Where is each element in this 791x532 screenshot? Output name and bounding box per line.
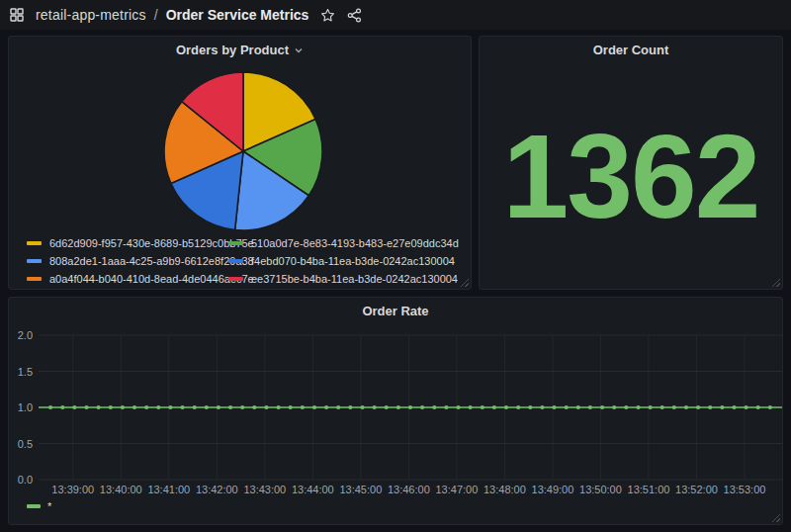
breadcrumb-folder[interactable]: retail-app-metrics <box>36 7 146 23</box>
series-point <box>180 405 184 409</box>
series-point <box>492 405 496 409</box>
series-point <box>109 405 113 409</box>
legend-swatch <box>27 277 42 281</box>
legend-label: 510a0d7e-8e83-4193-b483-e27e09ddc34d <box>251 237 459 249</box>
stat-panel-title-button[interactable]: Order Count <box>480 37 782 62</box>
pie-panel-title-button[interactable]: Orders by Product <box>9 37 471 62</box>
pie-legend-item[interactable]: 808a2de1-1aaa-4c25-a9b9-6612e8f29a38 <box>27 252 228 270</box>
pie-legend-item[interactable]: ee3715be-b4ba-11ea-b3de-0242ac130004 <box>228 270 461 288</box>
series-point <box>373 405 377 409</box>
series-point <box>277 405 281 409</box>
graph-panel-title-button[interactable]: Order Rate <box>9 298 782 323</box>
series-point <box>84 405 88 409</box>
dashboards-grid-icon[interactable] <box>10 8 24 22</box>
series-point <box>360 405 364 409</box>
series-point <box>168 405 172 409</box>
graph-panel-title: Order Rate <box>362 304 428 318</box>
pie-legend-item[interactable]: 6d62d909-f957-430e-8689-b5129c0bb75e <box>27 234 228 252</box>
series-point <box>312 405 316 409</box>
series-point <box>756 405 760 409</box>
series-point <box>768 405 772 409</box>
x-tick-label: 13:46:00 <box>388 484 430 495</box>
series-point <box>444 405 448 409</box>
series-point <box>385 405 389 409</box>
y-tick-label: 0.0 <box>18 474 33 486</box>
y-tick-label: 1.5 <box>18 366 33 378</box>
star-icon[interactable] <box>320 8 335 23</box>
series-swatch <box>27 504 41 508</box>
legend-swatch <box>228 241 243 245</box>
series-point <box>708 405 712 409</box>
x-tick-label: 13:41:00 <box>147 484 190 495</box>
x-tick-label: 13:39:00 <box>51 484 94 495</box>
x-tick-label: 13:45:00 <box>339 484 382 495</box>
chevron-down-icon <box>294 45 304 55</box>
series-point <box>588 405 592 409</box>
pie-chart[interactable] <box>162 70 324 232</box>
series-point <box>408 405 412 409</box>
pie-legend-item[interactable]: f4ebd070-b4ba-11ea-b3de-0242ac130004 <box>228 252 461 270</box>
series-point <box>228 405 232 409</box>
breadcrumb-dashboard-title[interactable]: Order Service Metrics <box>166 7 309 23</box>
series-point <box>205 405 209 409</box>
series-point <box>576 405 580 409</box>
stat-panel-title: Order Count <box>593 43 669 57</box>
series-point <box>264 405 268 409</box>
series-point <box>552 405 556 409</box>
legend-swatch <box>228 259 243 263</box>
series-label: * <box>47 500 51 512</box>
series-point <box>696 405 700 409</box>
legend-label: 6d62d909-f957-430e-8689-b5129c0bb75e <box>49 237 254 249</box>
legend-swatch <box>27 259 42 263</box>
series-point <box>469 405 473 409</box>
panel-resize-handle[interactable] <box>460 278 469 287</box>
order-count-value: 1362 <box>503 117 759 235</box>
series-point <box>540 405 544 409</box>
series-point <box>612 405 616 409</box>
order-rate-graph[interactable]: 2.01.51.00.50.013:39:0013:40:0013:41:001… <box>9 323 782 503</box>
y-tick-label: 1.0 <box>18 401 33 413</box>
series-point <box>217 405 220 409</box>
series-point <box>48 405 52 409</box>
series-point <box>481 405 484 409</box>
y-tick-label: 0.5 <box>18 438 33 450</box>
x-tick-label: 13:51:00 <box>628 484 670 495</box>
x-tick-label: 13:49:00 <box>532 484 574 495</box>
series-point <box>528 405 532 409</box>
graph-legend-item[interactable]: * <box>27 498 51 514</box>
series-point <box>348 405 352 409</box>
series-point <box>336 405 340 409</box>
pie-panel-title: Orders by Product <box>176 43 289 57</box>
panel-resize-handle[interactable] <box>771 513 780 522</box>
pie-legend-item[interactable]: a0a4f044-b040-410d-8ead-4de0446aec7e <box>27 270 228 288</box>
series-point <box>684 405 688 409</box>
legend-label: f4ebd070-b4ba-11ea-b3de-0242ac130004 <box>251 255 455 267</box>
series-point <box>289 405 293 409</box>
series-point <box>132 405 136 409</box>
series-point <box>60 405 64 409</box>
series-point <box>600 405 604 409</box>
series-point <box>193 405 197 409</box>
series-point <box>624 405 628 409</box>
pie-legend-item[interactable]: 510a0d7e-8e83-4193-b483-e27e09ddc34d <box>228 234 461 252</box>
share-icon[interactable] <box>347 8 362 23</box>
pie-legend: 6d62d909-f957-430e-8689-b5129c0bb75e510a… <box>27 234 461 288</box>
series-point <box>420 405 424 409</box>
series-point <box>720 405 724 409</box>
y-tick-label: 2.0 <box>18 329 33 341</box>
breadcrumb-separator: / <box>154 7 158 23</box>
series-point <box>432 405 436 409</box>
series-point <box>649 405 653 409</box>
x-tick-label: 13:52:00 <box>675 484 718 495</box>
series-point <box>301 405 305 409</box>
series-point <box>516 405 520 409</box>
panel-order-count: Order Count 1362 <box>479 36 783 290</box>
x-tick-label: 13:53:00 <box>724 484 766 495</box>
legend-label: 808a2de1-1aaa-4c25-a9b9-6612e8f29a38 <box>49 255 254 267</box>
series-point <box>97 405 101 409</box>
series-point <box>156 405 160 409</box>
x-tick-label: 13:43:00 <box>243 484 286 495</box>
series-point <box>636 405 640 409</box>
top-navbar: retail-app-metrics / Order Service Metri… <box>0 0 791 30</box>
series-point <box>660 405 664 409</box>
